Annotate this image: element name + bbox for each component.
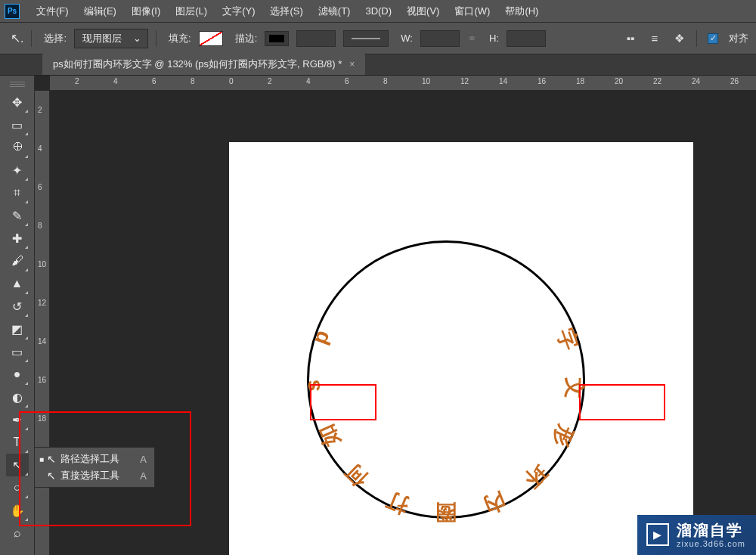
menu-image[interactable]: 图像(I)	[124, 5, 168, 18]
flyout-item-direct-selection[interactable]: ↖ 直接选择工具 A	[35, 467, 154, 484]
divider	[31, 30, 32, 47]
ruler-tick: 26	[730, 77, 739, 85]
gradient-icon: ▭	[11, 345, 23, 359]
blur-icon: ●	[14, 367, 21, 381]
close-icon[interactable]: ×	[349, 59, 355, 70]
menu-select[interactable]: 选择(S)	[262, 5, 310, 18]
ruler-tick: 12	[460, 77, 469, 85]
ruler-tick: 2	[268, 77, 272, 85]
submenu-indicator-icon	[25, 268, 28, 271]
submenu-indicator-icon	[25, 246, 28, 249]
submenu-indicator-icon	[25, 314, 28, 317]
annotation-rect-right	[579, 384, 665, 420]
dodge-tool[interactable]: ◐	[6, 386, 29, 408]
menu-3d[interactable]: 3D(D)	[358, 5, 399, 17]
width-input[interactable]	[420, 30, 460, 47]
watermark-url: zixue.3d66.com	[677, 539, 745, 549]
select-label: 选择:	[44, 32, 67, 45]
arrange-icon[interactable]: ❖	[672, 32, 686, 45]
divider	[156, 30, 156, 47]
submenu-indicator-icon	[25, 223, 28, 226]
menu-layer[interactable]: 图层(L)	[168, 5, 215, 18]
submenu-indicator-icon	[25, 132, 28, 135]
ruler-tick: 18	[576, 77, 584, 85]
move-tool[interactable]: ✥	[6, 91, 29, 113]
ruler-tick: 4	[113, 77, 118, 85]
ruler-tick: 16	[538, 77, 546, 85]
menu-window[interactable]: 窗口(W)	[447, 5, 497, 18]
submenu-indicator-icon	[25, 155, 28, 158]
stroke-style-dropdown[interactable]	[343, 30, 389, 47]
flyout-label: 路径选择工具	[60, 452, 135, 466]
ruler-tick: 8	[383, 77, 388, 85]
zoom-icon: ⌕	[14, 526, 21, 540]
height-input[interactable]	[507, 30, 546, 47]
submenu-indicator-icon	[25, 200, 28, 203]
fill-label: 填充:	[169, 32, 191, 45]
arrow-icon: ↖	[47, 453, 60, 465]
ruler-tick: 2	[38, 106, 42, 114]
path-selection-flyout: ■ ↖ 路径选择工具 A ↖ 直接选择工具 A	[34, 447, 155, 488]
ruler-tick: 6	[345, 77, 349, 85]
ruler-tick: 12	[38, 299, 46, 307]
document-tab[interactable]: ps如何打圈内环形文字 @ 132% (ps如何打圈内环形文字, RGB/8) …	[42, 54, 365, 75]
wand-icon: ✦	[12, 163, 22, 178]
stroke-width-input[interactable]	[296, 30, 336, 47]
toolbar-grabber[interactable]	[10, 82, 25, 88]
crop-tool[interactable]: ⌗	[6, 181, 29, 204]
annotation-rect-left	[310, 384, 376, 420]
flyout-item-path-selection[interactable]: ■ ↖ 路径选择工具 A	[35, 451, 154, 467]
path-op-icon[interactable]: ▪▪	[624, 32, 637, 45]
history-brush-tool[interactable]: ↺	[6, 295, 29, 318]
horizontal-ruler[interactable]: 8642024681012141618202224262830	[50, 76, 756, 91]
link-icon[interactable]: ⚭	[467, 32, 477, 45]
brush-icon: 🖌	[11, 254, 23, 268]
brush-tool[interactable]: 🖌	[6, 250, 29, 272]
crop-icon: ⌗	[14, 186, 20, 200]
ruler-tick: 4	[38, 144, 42, 153]
stroke-color-swatch[interactable]	[265, 31, 289, 46]
ellipse-path[interactable]	[307, 240, 585, 519]
align-icon[interactable]: ≡	[648, 32, 662, 45]
align-edges-checkbox[interactable]: ✓	[708, 33, 718, 44]
h-label: H:	[489, 33, 499, 44]
marquee-tool[interactable]: ▭	[6, 113, 29, 136]
ruler-tick: 10	[422, 77, 430, 85]
magic-wand-tool[interactable]: ✦	[6, 159, 29, 181]
menu-edit[interactable]: 编辑(E)	[76, 5, 124, 18]
ruler-tick: 8	[38, 222, 42, 230]
gradient-tool[interactable]: ▭	[6, 340, 29, 363]
history-icon: ↺	[12, 299, 22, 314]
select-layer-dropdown[interactable]: 现用图层 ⌄	[74, 29, 148, 48]
fill-color-swatch[interactable]	[199, 31, 223, 46]
eraser-tool[interactable]: ◩	[6, 318, 29, 340]
w-label: W:	[401, 33, 413, 44]
menu-file[interactable]: 文件(F)	[29, 5, 76, 18]
menu-filter[interactable]: 滤镜(T)	[311, 5, 358, 18]
marquee-icon: ▭	[11, 118, 23, 132]
stamp-tool[interactable]: ▲	[6, 272, 29, 295]
flyout-shortcut: A	[140, 454, 147, 465]
align-edges-label: 对齐	[729, 32, 748, 45]
submenu-indicator-icon	[25, 382, 28, 385]
menu-view[interactable]: 视图(V)	[399, 5, 447, 18]
blur-tool[interactable]: ●	[6, 363, 29, 386]
menu-help[interactable]: 帮助(H)	[497, 5, 546, 18]
chevron-down-icon: ⌄	[133, 33, 141, 44]
stroke-label: 描边:	[235, 32, 258, 45]
dodge-icon: ◐	[12, 390, 23, 405]
lasso-tool[interactable]: ᪠	[6, 136, 29, 159]
submenu-indicator-icon	[25, 178, 28, 181]
ruler-tick: 6	[152, 77, 156, 85]
app-logo: Ps	[5, 4, 20, 19]
ruler-tick: 14	[38, 337, 46, 346]
eyedropper-tool[interactable]: ✎	[6, 204, 29, 227]
submenu-indicator-icon	[25, 405, 28, 408]
ruler-tick: 24	[692, 77, 700, 85]
menu-type[interactable]: 文字(Y)	[215, 5, 262, 18]
document-tab-bar: ps如何打圈内环形文字 @ 132% (ps如何打圈内环形文字, RGB/8) …	[0, 54, 756, 76]
ruler-tick: 4	[306, 77, 311, 85]
selected-bullet-icon: ■	[39, 455, 47, 464]
heal-tool[interactable]: ✚	[6, 227, 29, 250]
ruler-tick: 10	[38, 260, 46, 268]
